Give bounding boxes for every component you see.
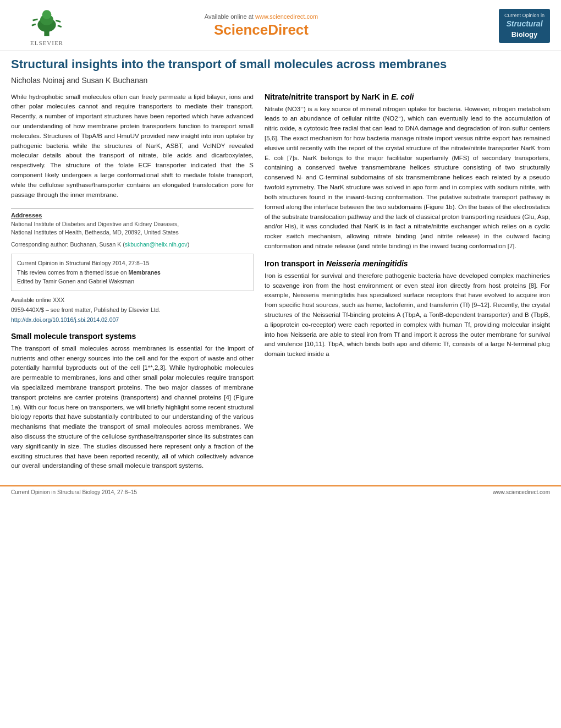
small-molecule-text: The transport of small molecules across … (11, 344, 254, 472)
two-column-layout: While hydrophobic small molecules often … (11, 92, 550, 472)
journal-reference: Current Opinion in Structural Biology 20… (17, 259, 248, 268)
doi-line: http://dx.doi.org/10.1016/j.sbi.2014.02.… (11, 315, 254, 325)
addresses-text: National Institute of Diabetes and Diges… (11, 220, 254, 238)
article-authors: Nicholas Noinaj and Susan K Buchanan (11, 76, 550, 85)
footer-left: Current Opinion in Structural Biology 20… (11, 489, 137, 495)
small-molecule-heading: Small molecule transport systems (11, 332, 254, 341)
themed-issue: This review comes from a themed issue on… (17, 268, 248, 277)
journal-badge-area: Current Opinion in Structural Biology (440, 9, 550, 43)
svg-rect-7 (56, 20, 61, 23)
bottom-meta: Available online XXX 0959-440X/$ – see f… (11, 295, 254, 325)
available-online-xxx: Available online XXX (11, 295, 254, 305)
journal-badge: Current Opinion in Structural Biology (499, 9, 550, 43)
left-column: While hydrophobic small molecules often … (11, 92, 254, 472)
page-header: ELSEVIER Available online at www.science… (0, 0, 561, 51)
article-title: Structural insights into the transport o… (11, 57, 550, 73)
addresses-title: Addresses (11, 212, 254, 218)
abstract-text: While hydrophobic small molecules often … (11, 92, 254, 200)
sciencedirect-branding: Available online at www.sciencedirect.co… (205, 13, 318, 39)
elsevier-label: ELSEVIER (30, 40, 63, 46)
badge-top-text: Current Opinion in (504, 12, 544, 19)
main-content: Structural insights into the transport o… (0, 51, 561, 477)
svg-rect-5 (57, 25, 62, 28)
nark-text: Nitrate (NO3⁻) is a key source of minera… (265, 105, 550, 251)
iron-text: Iron is essential for survival and there… (265, 271, 550, 359)
addresses-section: Addresses National Institute of Diabetes… (11, 208, 254, 249)
editors-line: Edited by Tamir Gonen and Gabriel Waksma… (17, 277, 248, 286)
doi-link[interactable]: http://dx.doi.org/10.1016/j.sbi.2014.02.… (11, 316, 119, 323)
svg-point-3 (42, 10, 52, 19)
issn-line: 0959-440X/$ – see front matter, Publishe… (11, 305, 254, 315)
badge-main-text: Structural (504, 19, 544, 30)
corresponding-author: Corresponding author: Buchanan, Susan K … (11, 240, 254, 249)
svg-rect-6 (32, 18, 38, 21)
nark-heading: Nitrate/nitrite transport by NarK in E. … (265, 92, 550, 101)
page-footer: Current Opinion in Structural Biology 20… (0, 485, 561, 498)
available-online-text: Available online at www.sciencedirect.co… (205, 13, 318, 20)
elsevier-tree-icon (25, 6, 69, 39)
svg-rect-4 (31, 24, 36, 26)
elsevier-logo-area: ELSEVIER (11, 6, 82, 46)
badge-sub-text: Biology (504, 30, 544, 40)
corresponding-email-link[interactable]: skbuchan@helix.nih.gov (125, 241, 188, 248)
right-column: Nitrate/nitrite transport by NarK in E. … (265, 92, 550, 472)
sciencedirect-logo: ScienceDirect (214, 21, 309, 39)
meta-box: Current Opinion in Structural Biology 20… (11, 254, 254, 291)
footer-right: www.sciencedirect.com (493, 489, 550, 495)
sciencedirect-url[interactable]: www.sciencedirect.com (255, 13, 318, 20)
iron-heading: Iron transport in Neisseria meningitidis (265, 259, 550, 268)
